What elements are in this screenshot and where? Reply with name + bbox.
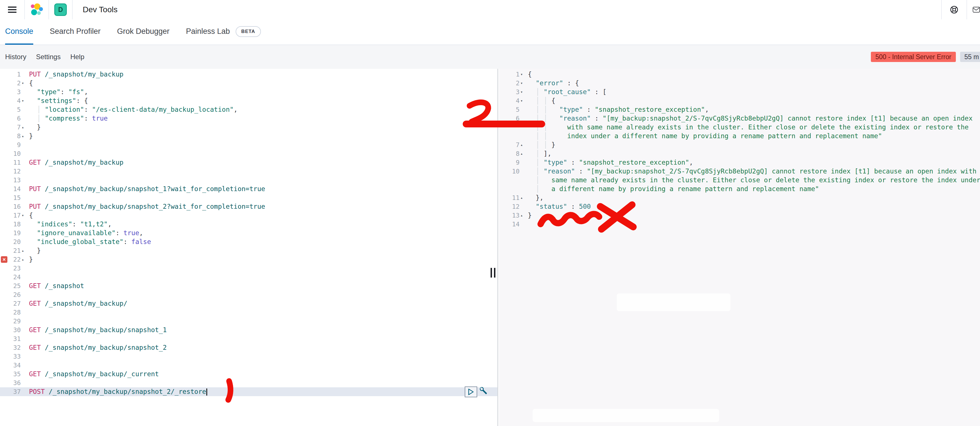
request-code-line[interactable]: 3 "type": "fs",	[0, 88, 497, 96]
response-code-line[interactable]: 1▾{	[499, 70, 980, 79]
line-number: 11	[0, 158, 27, 167]
fold-toggle-icon[interactable]: ▾	[520, 79, 526, 88]
fold-toggle-icon[interactable]: ▴	[520, 211, 526, 220]
request-code-line[interactable]: 37POST /_snapshot/my_backup/snapshot_2/_…	[0, 387, 497, 396]
response-code-line[interactable]: 4▾ │ │ {	[499, 96, 980, 105]
request-code-line[interactable]: 25GET /_snapshot	[0, 282, 497, 290]
fold-toggle-icon[interactable]: ▴	[21, 123, 27, 132]
fold-toggle-icon[interactable]: ▴	[21, 255, 27, 264]
request-code-line[interactable]: 4▾ "settings": {	[0, 96, 497, 105]
response-code-line[interactable]: 12 "status" : 500	[499, 202, 980, 211]
line-number: 36	[0, 378, 27, 387]
request-code-line[interactable]: 20 "include_global_state": false	[0, 238, 497, 246]
fold-toggle-icon[interactable]: ▾	[520, 96, 526, 105]
request-code-line[interactable]: ✕22▴}	[0, 255, 497, 264]
fold-toggle-icon[interactable]: ▴	[520, 140, 526, 149]
line-number: 24	[0, 273, 27, 282]
request-code-line[interactable]: 14PUT /_snapshot/my_backup/snapshot_1?wa…	[0, 185, 497, 193]
code-text: "ignore_unavailable": true,	[27, 229, 143, 238]
request-code-line[interactable]: 27GET /_snapshot/my_backup/	[0, 299, 497, 308]
request-code-line[interactable]: 21▴ }	[0, 246, 497, 255]
response-code-line[interactable]: │ same name already exists in the cluste…	[499, 176, 980, 185]
response-code-line[interactable]: 9 │ "type" : "snapshot_restore_exception…	[499, 158, 980, 167]
response-code-line[interactable]: 6 │ │ "reason" : "[my_backup:snapshot_2/…	[499, 114, 980, 123]
panel-divider	[497, 69, 498, 426]
window-icon[interactable]	[967, 0, 980, 19]
response-code-line[interactable]: │ a different name by providing a rename…	[499, 185, 980, 193]
response-code-line[interactable]: 14	[499, 220, 980, 229]
request-code-line[interactable]: 13	[0, 176, 497, 185]
request-code-line[interactable]: 23	[0, 264, 497, 273]
request-code-line[interactable]: 17▾{	[0, 211, 497, 220]
line-number: 31	[0, 334, 27, 343]
tab-painless-lab[interactable]: Painless Lab BETA	[186, 19, 261, 45]
menu-history[interactable]: History	[5, 53, 26, 61]
menu-help[interactable]: Help	[70, 53, 84, 61]
line-number: 32	[0, 343, 27, 352]
line-number: 3▾	[499, 88, 526, 96]
request-code-line[interactable]: 16PUT /_snapshot/my_backup/snapshot_2?wa…	[0, 202, 497, 211]
request-code-line[interactable]: 19 "ignore_unavailable": true,	[0, 229, 497, 238]
request-code-line[interactable]: 5 │ "location": "/es-client-data/my_back…	[0, 105, 497, 114]
response-code-line[interactable]: 8▴ │ ],	[499, 149, 980, 158]
request-editor[interactable]: 1PUT /_snapshot/my_backup2▾{3 "type": "f…	[0, 69, 497, 426]
help-buoy-icon[interactable]	[942, 0, 967, 19]
panel-resize-handle[interactable]	[490, 268, 496, 278]
request-code-line[interactable]: 10	[0, 149, 497, 158]
line-number: 4▾	[499, 96, 526, 105]
wrench-icon[interactable]	[479, 386, 488, 397]
menu-icon[interactable]	[0, 0, 24, 19]
response-code-line[interactable]: 13▴}	[499, 211, 980, 220]
space-selector[interactable]: D	[49, 0, 72, 19]
request-code-line[interactable]: 7▴ }	[0, 123, 497, 132]
fold-toggle-icon[interactable]: ▾	[520, 88, 526, 96]
request-code-line[interactable]: 12	[0, 167, 497, 176]
request-code-line[interactable]: 29	[0, 317, 497, 325]
fold-toggle-icon[interactable]: ▾	[21, 79, 27, 88]
response-code-line[interactable]: 2▾ "error" : {	[499, 79, 980, 88]
request-code-line[interactable]: 26	[0, 290, 497, 299]
code-text: }	[526, 211, 532, 220]
fold-toggle-icon[interactable]: ▾	[21, 96, 27, 105]
code-text: {	[27, 211, 33, 220]
request-code-line[interactable]: 32GET /_snapshot/my_backup/snapshot_2	[0, 343, 497, 352]
menu-settings[interactable]: Settings	[36, 53, 61, 61]
request-code-line[interactable]: 15	[0, 193, 497, 202]
response-code-line[interactable]: 5 │ │ "type" : "snapshot_restore_excepti…	[499, 105, 980, 114]
request-code-line[interactable]: 33	[0, 352, 497, 361]
request-code-line[interactable]: 1PUT /_snapshot/my_backup	[0, 70, 497, 79]
request-code-line[interactable]: 18 "indices": "t1,t2",	[0, 220, 497, 229]
tab-console[interactable]: Console	[5, 19, 33, 45]
response-code-line[interactable]: 3▾ │ "root_cause" : [	[499, 88, 980, 96]
request-code-line[interactable]: 8▴}	[0, 132, 497, 140]
request-code-line[interactable]: 28	[0, 308, 497, 317]
request-code-line[interactable]: 31	[0, 334, 497, 343]
request-code-line[interactable]: 36	[0, 378, 497, 387]
response-code-line[interactable]: 10 │ "reason" : "[my_backup:snapshot_2/S…	[499, 167, 980, 176]
response-code-line[interactable]: 7▴ │ │ }	[499, 140, 980, 149]
request-code-line[interactable]: 24	[0, 273, 497, 282]
fold-toggle-icon[interactable]: ▴	[520, 193, 526, 202]
fold-toggle-icon[interactable]: ▴	[520, 149, 526, 158]
code-text: │ "location": "/es-client-data/my_backup…	[27, 105, 238, 114]
response-panel[interactable]: 1▾{2▾ "error" : {3▾ │ "root_cause" : [4▾…	[499, 69, 980, 426]
fold-toggle-icon[interactable]: ▾	[21, 211, 27, 220]
request-code-line[interactable]: 11GET /_snapshot/my_backup	[0, 158, 497, 167]
request-code-line[interactable]: 30GET /_snapshot/my_backup/snapshot_1	[0, 325, 497, 334]
request-code-line[interactable]: 2▾{	[0, 79, 497, 88]
response-code-line[interactable]: 11▴ },	[499, 193, 980, 202]
elastic-logo[interactable]	[25, 0, 49, 19]
request-code-line[interactable]: 6 │ "compress": true	[0, 114, 497, 123]
fold-toggle-icon[interactable]: ▴	[21, 246, 27, 255]
fold-toggle-icon[interactable]: ▾	[520, 70, 526, 79]
response-code-line[interactable]: │ │ index under a different name by prov…	[499, 132, 980, 140]
tab-search-profiler[interactable]: Search Profiler	[50, 19, 100, 45]
request-code-line[interactable]: 35GET /_snapshot/my_backup/_current	[0, 370, 497, 378]
response-code-line[interactable]: │ │ with same name already exists in the…	[499, 123, 980, 132]
request-code-line[interactable]: 9	[0, 140, 497, 149]
line-number: 35	[0, 370, 27, 378]
tab-grok-debugger[interactable]: Grok Debugger	[117, 19, 170, 45]
request-code-line[interactable]: 34	[0, 361, 497, 370]
send-request-button[interactable]	[465, 386, 477, 397]
fold-toggle-icon[interactable]: ▴	[21, 132, 27, 140]
